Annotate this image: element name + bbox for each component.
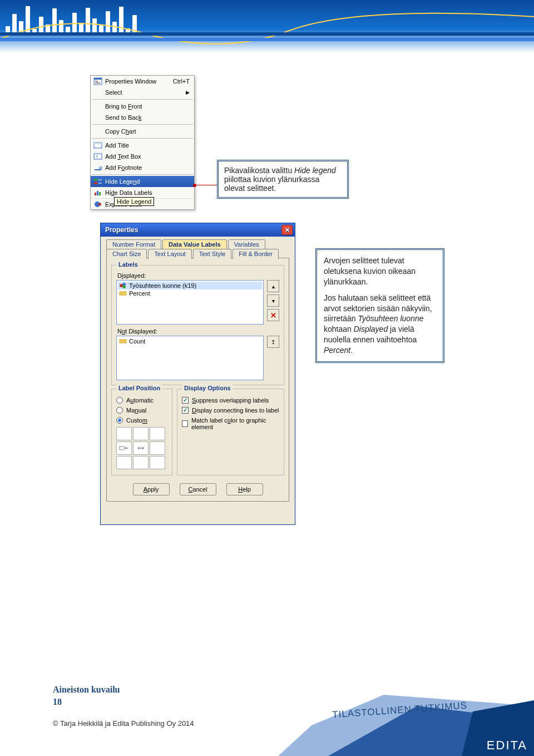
pos-cell[interactable] — [150, 441, 165, 455]
checkbox-label: Display connecting lines to label — [192, 407, 279, 414]
pos-cell[interactable] — [150, 456, 165, 469]
group-title-labels: Labels — [116, 261, 140, 268]
footer-page-number: 18 — [53, 697, 62, 707]
dialog-tabs-row1: Number Format Data Value Labels Variable… — [106, 239, 289, 249]
svg-rect-15 — [97, 191, 98, 195]
group-title: Label Position — [116, 385, 162, 391]
menu-label: Hide Data Labels — [105, 189, 190, 196]
button-label: Apply — [144, 486, 159, 493]
menu-label: Add Title — [105, 142, 190, 149]
radio-manual[interactable]: Manual — [116, 407, 167, 414]
radio-icon — [116, 407, 123, 414]
display-options-group: Display Options Suppress overlapping lab… — [177, 389, 284, 475]
chart-context-menu: Properties Window Ctrl+T Select ▶ Bring … — [90, 75, 195, 210]
callout-text: Pikavalikosta valittu — [224, 166, 294, 175]
menu-item-send-to-back[interactable]: Send to Back — [91, 112, 194, 123]
ruler-icon — [119, 290, 127, 297]
menu-item-add-title[interactable]: Add Title — [91, 140, 194, 151]
menu-item-copy-chart[interactable]: Copy Chart — [91, 126, 194, 137]
menu-label: Hide Legend — [105, 178, 190, 185]
remove-button[interactable]: ✕ — [267, 309, 279, 321]
list-item[interactable]: Percent — [118, 289, 262, 297]
apply-button[interactable]: Apply — [133, 483, 170, 495]
list-item-label: Percent — [129, 290, 150, 297]
menu-tooltip: Hide Legend — [114, 197, 154, 206]
menu-separator — [92, 174, 193, 175]
pos-cell[interactable] — [116, 456, 132, 469]
menu-label: Bring to Front — [105, 103, 190, 110]
callout-italic: Hide legend — [294, 166, 336, 175]
move-up-button[interactable]: ▴ — [267, 280, 279, 292]
legend-icon — [93, 177, 103, 186]
tab-number-format[interactable]: Number Format — [106, 239, 161, 249]
dialog-title: Properties — [105, 226, 138, 234]
checkbox-label: Match label color to graphic element — [191, 417, 279, 430]
displayed-listbox[interactable]: Työsuhteen luonne (k19) Percent — [116, 280, 264, 325]
pos-cell[interactable] — [150, 427, 165, 440]
not-displayed-label: Not Displayed: — [117, 328, 279, 335]
radio-label: Custom — [126, 417, 147, 424]
datalabels-icon — [93, 188, 103, 197]
displayed-label: Displayed: — [117, 272, 279, 279]
menu-label: Select — [105, 89, 186, 96]
tab-data-value-labels[interactable]: Data Value Labels — [162, 239, 227, 249]
list-item[interactable]: Työsuhteen luonne (k19) — [118, 282, 262, 289]
not-displayed-listbox[interactable]: Count — [116, 336, 264, 380]
footer-banner: TILASTOLLINEN TUTKIMUS EDITA — [278, 695, 534, 756]
callout-italic: Työsuhteen luonne — [358, 314, 423, 323]
radio-automatic[interactable]: Automatic — [116, 397, 167, 404]
textbox-icon: T — [93, 152, 103, 161]
pos-cell[interactable] — [116, 427, 132, 440]
svg-rect-16 — [99, 192, 101, 195]
dialog-titlebar[interactable]: Properties ✕ — [101, 223, 295, 237]
svg-rect-3 — [95, 82, 100, 84]
tab-variables[interactable]: Variables — [228, 239, 265, 249]
pos-cell-left[interactable] — [116, 441, 132, 455]
chk-connecting-lines[interactable]: Display connecting lines to label — [182, 407, 279, 414]
menu-item-add-text-box[interactable]: T Add Text Box — [91, 151, 194, 162]
callout-text: . — [350, 346, 353, 355]
menu-item-properties-window[interactable]: Properties Window Ctrl+T — [91, 76, 194, 87]
label-position-group: Label Position Automatic Manual Custom — [111, 389, 172, 475]
tab-text-style[interactable]: Text Style — [193, 249, 232, 259]
tab-text-layout[interactable]: Text Layout — [148, 249, 191, 259]
button-label: Help — [238, 486, 251, 493]
menu-item-select[interactable]: Select ▶ — [91, 87, 194, 98]
close-button[interactable]: ✕ — [281, 225, 293, 235]
move-down-button[interactable]: ▾ — [267, 294, 279, 307]
cancel-button[interactable]: Cancel — [180, 483, 216, 495]
menu-item-bring-to-front[interactable]: Bring to Front — [91, 101, 194, 112]
help-button[interactable]: Help — [226, 483, 263, 495]
tab-chart-size[interactable]: Chart Size — [106, 249, 147, 259]
add-to-displayed-button[interactable]: ↥ — [267, 336, 279, 348]
callout-text: piilottaa kuvion ylänurkassa olevat seli… — [224, 175, 319, 193]
footer-copyright: © Tarja Heikkilä ja Edita Publishing Oy … — [53, 719, 194, 728]
menu-item-add-footnote[interactable]: Add Footnote — [91, 162, 194, 173]
arrow-up-return-icon: ↥ — [271, 339, 275, 345]
menu-item-hide-data-labels[interactable]: Hide Data Labels — [91, 187, 194, 198]
tab-fill-border[interactable]: Fill & Border — [233, 249, 279, 259]
variable-icon — [119, 282, 127, 289]
pos-cell-center[interactable] — [133, 441, 149, 455]
svg-rect-10 — [94, 179, 97, 181]
menu-item-hide-legend[interactable]: Hide Legend — [91, 176, 194, 187]
footer-brand: EDITA — [487, 738, 527, 753]
menu-label: Properties Window — [105, 78, 173, 85]
list-item-label: Count — [129, 338, 145, 345]
dialog-tabs-row2: Chart Size Text Layout Text Style Fill &… — [106, 248, 289, 258]
radio-custom[interactable]: Custom — [116, 417, 167, 424]
chk-match-color[interactable]: Match label color to graphic element — [182, 417, 279, 430]
svg-rect-11 — [94, 182, 97, 184]
list-item[interactable]: Count — [118, 337, 262, 345]
group-title: Display Options — [182, 385, 233, 391]
pos-cell[interactable] — [133, 427, 149, 440]
svg-rect-5 — [94, 143, 102, 144]
callout-italic: Percent — [324, 346, 350, 355]
svg-rect-14 — [95, 193, 96, 195]
position-grid — [116, 427, 167, 469]
footnote-icon — [93, 163, 103, 172]
chk-suppress-overlapping[interactable]: Suppress overlapping labels — [182, 397, 279, 404]
pos-cell[interactable] — [133, 456, 149, 469]
callout-italic: Displayed — [354, 325, 388, 333]
button-label: Cancel — [188, 486, 207, 493]
